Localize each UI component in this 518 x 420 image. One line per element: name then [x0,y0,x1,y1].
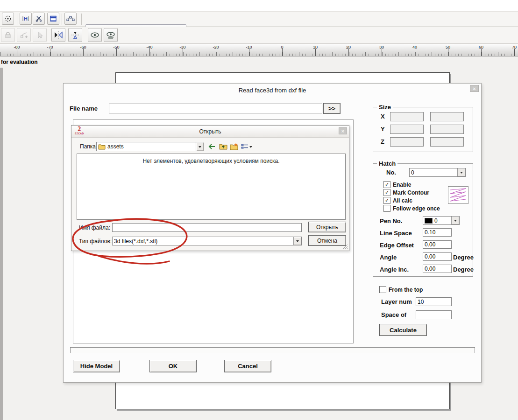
empty-folder-message: Нет элементов, удовлетворяющих условиям … [77,158,345,164]
checkbox-box[interactable]: ✓ [383,189,390,196]
ruler-tick-label: 10 [313,45,318,49]
line-space-input[interactable] [423,228,452,237]
close-button[interactable]: × [470,85,479,92]
new-folder-icon [230,143,238,150]
space-of-input[interactable] [416,310,452,319]
tools-button[interactable] [33,13,45,25]
size-x-field-2[interactable] [430,112,464,121]
from-the-top-checkbox[interactable]: From the top [379,286,423,293]
pen-color-swatch [425,218,433,224]
hide-model-button[interactable]: Hide Model [73,360,120,372]
ruler-tick-label: 30 [379,45,384,49]
preview-button[interactable] [88,28,102,42]
file-name-input[interactable] [109,104,322,113]
open-button[interactable]: Открыть [308,222,346,232]
horizontal-ruler: -80-70-60-50-40-30-20-10010203040506070 [0,44,518,56]
size-group: Size X Y Z [373,107,473,152]
angle-inc-unit-label: Degree [453,266,474,273]
back-button[interactable] [207,142,217,151]
dropdown-arrow-icon [249,146,252,149]
follow-edge-once-label: Follow edge once [393,205,440,212]
dropdown-arrow-icon[interactable] [196,142,204,151]
angle-inc-input[interactable] [423,265,452,273]
ruler-tick-label: 60 [479,45,483,49]
mark-contour-checkbox[interactable]: ✓ Mark Contour [383,189,429,196]
ruler-tick-label: 20 [346,45,351,49]
browse-button[interactable]: >> [323,103,341,114]
open-dialog-titlebar[interactable]: 2EZCAD Открыть × [71,126,349,138]
ruler-tick-label: -60 [80,45,86,49]
enable-checkbox[interactable]: ✓ Enable [383,181,411,188]
open-file-dialog: 2EZCAD Открыть × Папка: assets [71,125,349,251]
cancel-button[interactable]: Cancel [224,360,271,372]
ruler-tick-label: 40 [412,45,417,49]
up-one-level-button[interactable] [218,142,228,151]
enable-label: Enable [393,182,411,188]
new-folder-button[interactable] [229,142,239,151]
mirror-horizontal-button[interactable] [51,28,65,42]
hatch-no-dropdown[interactable]: 0 [409,168,466,177]
size-z-field-2[interactable] [430,137,464,147]
view-menu-button[interactable] [240,142,254,151]
checkbox-box[interactable]: ✓ [383,181,390,188]
pick-button[interactable] [33,28,47,42]
check-icon: ✓ [385,198,389,203]
toolbar-separator [62,14,62,25]
size-x-label: X [381,113,385,120]
size-z-field-1[interactable] [390,137,424,147]
hatch-zigzag-icon [449,188,467,203]
mirror-vertical-icon [71,31,80,39]
all-calc-checkbox[interactable]: ✓ All calc [383,197,412,204]
calculate-button[interactable]: Calculate [379,324,427,336]
angle-input[interactable] [423,252,452,261]
mirror-vertical-button[interactable] [68,28,82,42]
close-button[interactable]: × [339,127,347,134]
dropdown-arrow-icon[interactable] [293,237,301,245]
size-y-field-1[interactable] [390,125,424,134]
hatch-icon: H [22,15,29,22]
mark-points-button[interactable] [2,13,14,25]
dialog-title[interactable]: Read face3d from dxf file [64,87,481,94]
object-list-button[interactable] [47,13,59,25]
size-x-field-1[interactable] [390,112,424,121]
add-node-button[interactable] [17,28,31,42]
file-list-area[interactable]: Нет элементов, удовлетворяющих условиям … [77,154,346,220]
size-y-field-2[interactable] [430,125,464,134]
follow-edge-once-checkbox[interactable]: Follow edge once [383,205,440,212]
open-cancel-button[interactable]: Отмена [308,235,346,246]
dropdown-arrow-icon[interactable] [451,217,459,224]
node-edit-icon [66,15,75,22]
dropdown-arrow-icon[interactable] [457,168,465,176]
file-type-dropdown[interactable]: 3d files(*.dxf,*.stl) [112,237,302,245]
app-window: H [0,0,518,420]
folder-icon [98,144,106,150]
checkbox-box[interactable]: ✓ [383,197,390,204]
edge-offset-input[interactable] [423,240,452,249]
show-all-button[interactable] [104,28,118,42]
resize-grip[interactable] [342,244,348,250]
view-list-icon [241,143,248,150]
file-name-label: File name [70,105,98,112]
file-type-label: Тип файлов: [79,238,112,245]
open-file-name-input[interactable] [112,223,302,232]
layer-num-input[interactable] [416,297,452,306]
lock-button[interactable] [1,28,15,42]
edge-offset-label: Edge Offset [380,242,414,249]
space-of-label: Space of [381,311,406,318]
ruler-tick-label: -40 [146,45,152,49]
toolbar-edit [0,27,518,44]
folder-label: Папка: [80,143,97,150]
hatch-button[interactable]: H [20,13,32,25]
size-group-title: Size [377,104,393,111]
checkbox-box[interactable] [383,205,390,212]
check-icon: ✓ [385,190,389,195]
pen-no-value: 0 [434,217,438,224]
ok-button[interactable]: OK [149,360,197,372]
checkbox-box[interactable] [379,286,386,293]
pen-no-dropdown[interactable]: 0 [423,216,460,225]
folder-dropdown[interactable]: assets [96,142,204,151]
line-space-label: Line Space [380,230,412,237]
mark-contour-label: Mark Contour [393,189,429,196]
mark-points-icon [4,15,12,22]
node-edit-button[interactable] [64,13,77,25]
